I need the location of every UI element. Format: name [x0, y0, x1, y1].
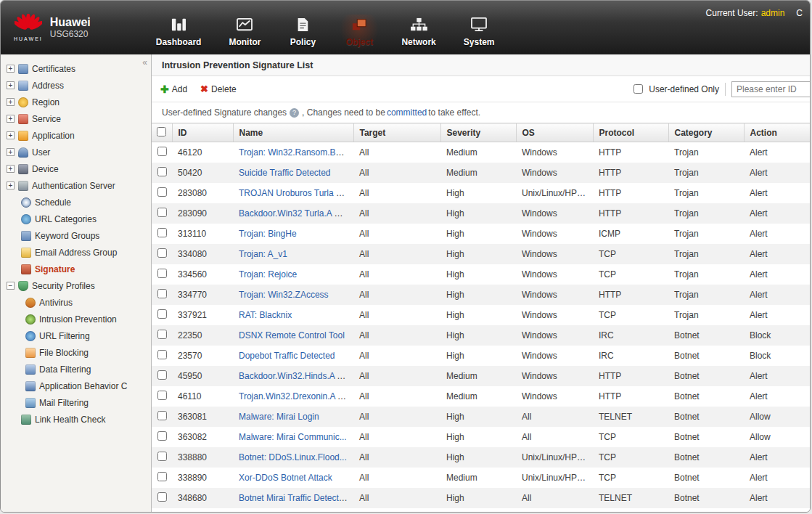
nav-dashboard[interactable]: Dashboard [152, 15, 206, 50]
cell-os: Windows [516, 346, 593, 366]
column-header-name[interactable]: Name [233, 123, 353, 142]
row-checkbox[interactable] [157, 269, 167, 278]
help-icon[interactable]: ? [290, 108, 299, 118]
cell-id: 283090 [172, 203, 233, 224]
sidebar-item-intrusion-prevention[interactable]: Intrusion Prevention [1, 311, 151, 327]
cell-protocol: HTTP [593, 163, 668, 183]
row-checkbox[interactable] [157, 370, 167, 380]
signature-name-link[interactable]: Trojan: Rejoice [239, 269, 297, 280]
nav-policy[interactable]: Policy [284, 15, 321, 50]
sidebar-item-file-blocking[interactable]: File Blocking [1, 344, 151, 361]
row-checkbox[interactable] [157, 330, 167, 339]
row-checkbox[interactable] [157, 228, 167, 237]
row-checkbox[interactable] [157, 289, 167, 298]
tree-expander[interactable] [7, 282, 15, 290]
signature-name-link[interactable]: Malware: Mirai Login [239, 412, 319, 422]
column-header-action[interactable]: Action [744, 123, 810, 142]
row-checkbox[interactable] [157, 431, 167, 441]
signature-name-link[interactable]: Backdoor.Win32 Turla.A C... [239, 208, 348, 219]
nav-object[interactable]: Object [340, 15, 378, 50]
top-bar: HUAWEI Huawei USG6320 Dashboard Monitor [1, 1, 810, 54]
signature-name-link[interactable]: Trojan: Win32.ZAccess [239, 290, 329, 300]
signature-name-link[interactable]: Trojan: A_v1 [239, 249, 287, 259]
column-header-category[interactable]: Category [668, 123, 744, 142]
tree-expander[interactable] [7, 65, 15, 73]
row-checkbox[interactable] [157, 167, 167, 176]
add-button[interactable]: ✚ Add [160, 83, 187, 95]
sidebar-item-email-address-group[interactable]: Email Address Group [1, 244, 151, 261]
sidebar-item-certificates[interactable]: Certificates [1, 60, 151, 77]
signature-name-link[interactable]: RAT: Blacknix [239, 310, 292, 320]
brand-name: Huawei [50, 16, 91, 29]
delete-button[interactable]: ✖ Delete [200, 83, 237, 94]
sidebar-item-data-filtering[interactable]: Data Filtering [1, 361, 151, 378]
signature-name-link[interactable]: Malware: Mirai Communic... [239, 432, 347, 442]
column-header-protocol[interactable]: Protocol [593, 123, 668, 142]
row-checkbox[interactable] [157, 147, 167, 156]
tree-expander[interactable] [7, 165, 15, 173]
tree-expander[interactable] [7, 181, 15, 189]
signature-name-link[interactable]: Xor-DDoS Botnet Attack [239, 473, 332, 483]
signature-name-link[interactable]: Trojan: Win32.Ransom.BOV [239, 147, 348, 158]
user-defined-only-checkbox[interactable] [633, 84, 643, 94]
tree-expander[interactable] [7, 81, 15, 89]
sidebar-item-label: Service [32, 114, 61, 124]
sidebar-item-schedule[interactable]: Schedule [1, 194, 151, 211]
signature-name-link[interactable]: Suicide Traffic Detected [239, 168, 331, 178]
sidebar-item-region[interactable]: Region [1, 94, 151, 110]
row-checkbox[interactable] [157, 492, 167, 502]
sidebar-item-url-filtering[interactable]: URL Filtering [1, 327, 151, 344]
sidebar-item-device[interactable]: Device [1, 160, 151, 177]
nav-system[interactable]: System [459, 15, 499, 50]
row-checkbox[interactable] [157, 248, 167, 258]
sidebar-item-signature[interactable]: Signature [1, 261, 151, 277]
cell-severity: Medium [440, 163, 516, 183]
table-row: 283080 TROJAN Uroburos Turla C... All Hi… [152, 183, 810, 203]
sidebar-item-link-health-check[interactable]: Link Health Check [1, 411, 151, 428]
signature-name-link[interactable]: Backdoor.Win32.Hinds.A T... [239, 371, 348, 381]
tree-expander[interactable] [7, 131, 15, 139]
signature-name-link[interactable]: Trojan.Win32.Drexonin.A T... [239, 391, 349, 401]
row-checkbox[interactable] [157, 350, 167, 359]
sidebar-item-url-categories[interactable]: URL Categories [1, 211, 151, 227]
nav-network[interactable]: Network [397, 15, 440, 50]
sidebar-item-security-profiles[interactable]: Security Profiles [1, 277, 151, 294]
select-all-checkbox[interactable] [157, 127, 166, 136]
nav-monitor[interactable]: Monitor [224, 15, 265, 50]
tree-expander[interactable] [7, 115, 15, 123]
signature-name-link[interactable]: TROJAN Uroburos Turla C... [239, 188, 350, 198]
sidebar-item-keyword-groups[interactable]: Keyword Groups [1, 227, 151, 244]
sidebar-item-authentication-server[interactable]: Authentication Server [1, 177, 151, 194]
signature-name-link[interactable]: DSNX Remote Control Tool [239, 330, 345, 340]
row-checkbox[interactable] [157, 309, 167, 319]
sidebar-collapse-button[interactable]: « [142, 57, 147, 68]
signature-name-link[interactable]: Trojan: BingHe [239, 229, 297, 239]
row-checkbox[interactable] [157, 472, 167, 481]
tree-expander[interactable] [7, 148, 15, 156]
row-checkbox[interactable] [157, 452, 167, 461]
app-window: HUAWEI Huawei USG6320 Dashboard Monitor [0, 0, 811, 513]
sidebar-item-user[interactable]: User [1, 144, 151, 160]
column-header-severity[interactable]: Severity [440, 123, 516, 142]
id-search-input[interactable] [731, 81, 810, 97]
row-checkbox[interactable] [157, 208, 167, 217]
sidebar-item-application-behavior[interactable]: Application Behavior C [1, 378, 151, 394]
row-checkbox[interactable] [157, 411, 167, 420]
sidebar-item-mail-filtering[interactable]: Mail Filtering [1, 394, 151, 411]
signature-name-link[interactable]: Botnet Mirai Traffic Detected [239, 493, 348, 503]
tree-expander[interactable] [7, 98, 15, 106]
row-checkbox[interactable] [157, 391, 167, 400]
sidebar-item-application[interactable]: Application [1, 127, 151, 144]
column-header-os[interactable]: OS [516, 123, 593, 142]
column-header-id[interactable]: ID [172, 123, 233, 142]
sidebar-item-service[interactable]: Service [1, 110, 151, 127]
signature-name-link[interactable]: Dopebot Traffic Detected [239, 351, 335, 361]
signature-name-link[interactable]: Botnet: DDoS.Linux.Flood... [239, 452, 347, 462]
sidebar-item-antivirus[interactable]: Antivirus [1, 294, 151, 311]
cell-protocol: TCP [593, 427, 668, 447]
sidebar-item-address[interactable]: Address [1, 77, 151, 94]
column-header-target[interactable]: Target [353, 123, 440, 142]
committed-link[interactable]: committed [387, 107, 427, 118]
row-checkbox[interactable] [157, 187, 167, 197]
cell-action: Alert [744, 366, 810, 386]
